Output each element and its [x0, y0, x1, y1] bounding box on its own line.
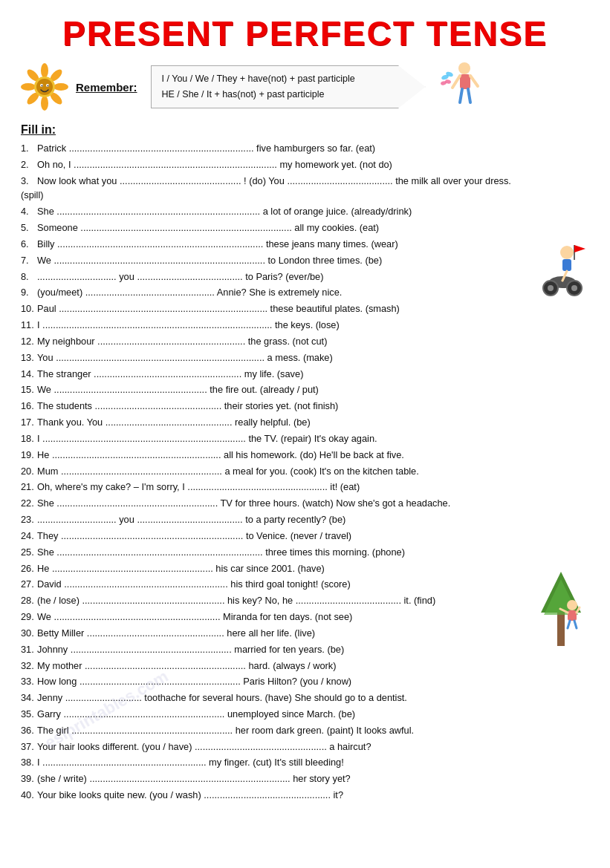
exercise-num: 15. [21, 382, 37, 397]
exercise-num: 12. [21, 334, 37, 349]
exercise-item: 11.I ...................................… [21, 318, 530, 333]
exercise-num: 10. [21, 301, 37, 316]
exercise-num: 31. [21, 642, 37, 657]
exercise-item: 16.The students ........................… [21, 399, 530, 414]
svg-line-19 [468, 89, 470, 102]
exercise-item: 5.Someone ..............................… [21, 221, 530, 235]
exercise-num: 24. [21, 529, 37, 544]
exercise-text: .............................. you .....… [37, 514, 345, 525]
exercise-num: 29. [21, 610, 37, 624]
svg-line-18 [460, 89, 462, 102]
exercise-num: 32. [21, 659, 37, 673]
exercise-num: 18. [21, 431, 37, 446]
svg-line-17 [470, 76, 478, 86]
exercise-num: 6. [21, 237, 37, 252]
exercise-text: She ....................................… [37, 546, 405, 558]
exercise-text: Oh, where's my cake? – I'm sorry, I ....… [37, 481, 360, 492]
svg-point-4 [41, 96, 48, 111]
exercise-text: Patrick ................................… [37, 143, 375, 154]
exercise-item: 32.My mother ...........................… [21, 659, 530, 673]
exercise-item: 33.How long ............................… [21, 674, 530, 689]
exercise-text: The students ...........................… [37, 400, 338, 411]
exercise-text: The stranger ...........................… [37, 368, 303, 379]
exercise-item: 1.Patrick ..............................… [21, 141, 530, 156]
exercise-text: I ......................................… [37, 319, 340, 330]
exercise-item: 2.Oh no, I .............................… [21, 157, 530, 172]
exercise-item: 39.(she / write) .......................… [21, 771, 530, 786]
fill-in-title: Fill in: [21, 123, 589, 137]
exercise-num: 39. [21, 771, 37, 786]
exercise-text: He .....................................… [37, 449, 404, 460]
exercise-text: The girl ...............................… [37, 725, 414, 736]
exercise-item: 23............................... you ..… [21, 512, 530, 527]
exercise-item: 22.She .................................… [21, 496, 530, 511]
exercise-item: 25.She .................................… [21, 545, 530, 560]
exercise-text: Paul ...................................… [37, 303, 400, 314]
exercise-item: 12.My neighbour ........................… [21, 334, 530, 349]
exercise-item: 37.Your hair looks different. (you / hav… [21, 740, 530, 754]
exercise-text: .............................. you .....… [37, 271, 323, 282]
svg-marker-32 [574, 245, 585, 252]
exercise-item: 21.Oh, where's my cake? – I'm sorry, I .… [21, 480, 530, 495]
svg-point-14 [458, 62, 470, 74]
exercise-num: 25. [21, 545, 37, 560]
exercise-num: 9. [21, 285, 37, 300]
exercise-num: 1. [21, 141, 37, 156]
exercise-text: David ..................................… [37, 578, 351, 590]
exercise-item: 27.David ...............................… [21, 577, 530, 592]
exercise-text: She ....................................… [37, 206, 412, 217]
svg-point-37 [567, 600, 577, 610]
exercise-text: I ......................................… [37, 433, 377, 444]
exercise-text: (she / write) ..........................… [37, 773, 351, 784]
remember-box: I / You / We / They + have(not) + past p… [151, 65, 426, 109]
exercise-num: 37. [21, 740, 37, 754]
exercise-num: 11. [21, 318, 37, 333]
exercise-item: 31.Johnny ..............................… [21, 642, 530, 657]
page-title: PRESENT PERFECT TENSE [21, 13, 589, 53]
exercise-item: 8............................... you ...… [21, 270, 530, 284]
exercise-item: 6.Billy ................................… [21, 237, 530, 252]
exercise-text: You ....................................… [37, 352, 333, 363]
exercise-item: 13.You .................................… [21, 350, 530, 365]
exercise-num: 35. [21, 707, 37, 722]
exercise-num: 13. [21, 350, 37, 365]
exercise-text: I ......................................… [37, 757, 344, 768]
exercise-item: 19.He ..................................… [21, 448, 530, 463]
exercise-item: 24.They ................................… [21, 529, 530, 544]
exercise-num: 30. [21, 626, 37, 641]
exercise-num: 36. [21, 723, 37, 738]
svg-point-30 [571, 285, 577, 291]
svg-line-42 [574, 621, 577, 628]
motorcycle-deco-icon [530, 238, 589, 319]
exercise-item: 36.The girl ............................… [21, 723, 530, 738]
exercise-num: 14. [21, 367, 37, 382]
exercise-text: She ....................................… [37, 497, 450, 509]
remember-line-2: HE / She / It + has(not) + past particip… [162, 87, 384, 102]
exercise-text: They ...................................… [37, 530, 351, 541]
exercise-num: 20. [21, 464, 37, 479]
exercise-num: 2. [21, 157, 37, 172]
svg-rect-38 [568, 610, 577, 621]
exercise-item: 26.He ..................................… [21, 561, 530, 576]
exercise-item: 7.We ...................................… [21, 253, 530, 268]
exercise-text: Your bike looks quite new. (you / wash) … [37, 789, 343, 800]
exercise-text: (he / lose) ............................… [37, 595, 435, 606]
exercise-num: 22. [21, 496, 37, 511]
exercise-item: 29.We ..................................… [21, 610, 530, 624]
exercise-num: 7. [21, 253, 37, 268]
exercise-text: We .....................................… [37, 611, 352, 622]
svg-rect-25 [562, 259, 571, 271]
svg-point-0 [41, 63, 48, 78]
exercise-item: 10.Paul ................................… [21, 301, 530, 316]
exercise-item: 15.We ..................................… [21, 382, 530, 397]
remember-section: Remember: I / You / We / They + have(not… [21, 61, 589, 113]
exercise-num: 21. [21, 480, 37, 495]
exercise-num: 40. [21, 788, 37, 803]
right-decorations [530, 141, 589, 804]
exercise-item: 18.I ...................................… [21, 431, 530, 446]
svg-point-9 [36, 79, 53, 95]
exercise-item: 38.I ...................................… [21, 755, 530, 770]
exercise-text: Now look what you ......................… [21, 175, 511, 201]
exercises-list: 1.Patrick ..............................… [21, 141, 530, 804]
exercise-text: Billy ..................................… [37, 238, 398, 249]
